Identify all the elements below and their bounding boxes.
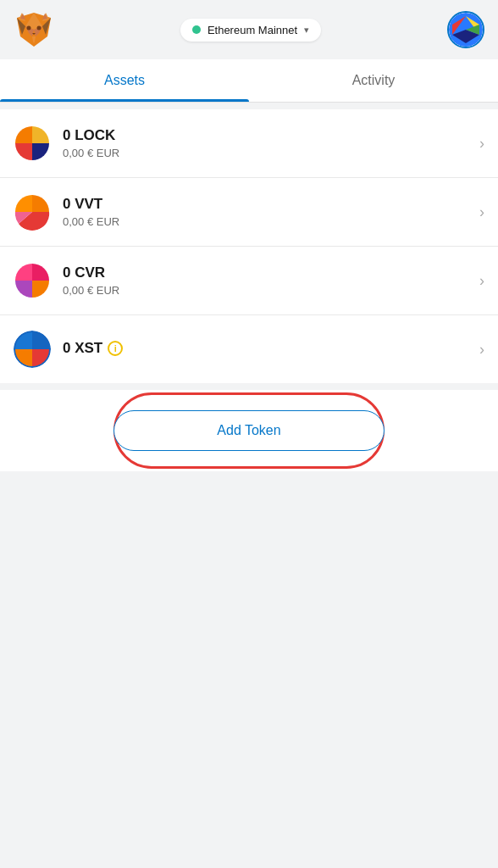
token-info-vvt: 0 VVT 0,00 € EUR <box>63 196 479 228</box>
token-amount-xst: 0 XST i <box>63 340 479 357</box>
metamask-logo-icon <box>14 9 54 50</box>
network-chevron-icon: ▾ <box>304 25 309 36</box>
avatar[interactable] <box>447 11 484 48</box>
token-chevron-lock-icon: › <box>479 135 484 153</box>
token-value-cvr: 0,00 € EUR <box>63 284 479 297</box>
add-token-area: Add Token <box>0 390 498 471</box>
tab-activity[interactable]: Activity <box>249 59 498 102</box>
token-chevron-xst-icon: › <box>479 341 484 359</box>
token-item-vvt[interactable]: 0 VVT 0,00 € EUR › <box>0 178 498 247</box>
tab-assets[interactable]: Assets <box>0 59 249 102</box>
token-item-lock[interactable]: 0 LOCK 0,00 € EUR › <box>0 109 498 178</box>
token-chevron-cvr-icon: › <box>479 272 484 290</box>
token-icon-cvr <box>14 262 51 299</box>
token-item-xst[interactable]: 0 XST i › <box>0 315 498 383</box>
header: Ethereum Mainnet ▾ <box>0 0 498 59</box>
token-info-xst: 0 XST i <box>63 340 479 359</box>
avatar-icon <box>449 13 483 47</box>
token-list: 0 LOCK 0,00 € EUR › 0 VVT 0,00 € EUR › <box>0 109 498 383</box>
token-info-lock: 0 LOCK 0,00 € EUR <box>63 127 479 159</box>
token-amount-cvr: 0 CVR <box>63 264 479 281</box>
add-token-button[interactable]: Add Token <box>113 410 385 451</box>
token-chevron-vvt-icon: › <box>479 203 484 221</box>
token-icon-xst <box>14 331 51 368</box>
token-value-vvt: 0,00 € EUR <box>63 215 479 228</box>
network-name-label: Ethereum Mainnet <box>208 24 297 36</box>
svg-point-7 <box>27 26 31 31</box>
token-value-lock: 0,00 € EUR <box>63 147 479 159</box>
token-info-cvr: 0 CVR 0,00 € EUR <box>63 264 479 297</box>
network-selector-button[interactable]: Ethereum Mainnet ▾ <box>180 19 321 42</box>
token-icon-lock <box>14 125 51 162</box>
token-amount-lock: 0 LOCK <box>63 127 479 144</box>
svg-point-8 <box>37 26 42 31</box>
xst-info-icon[interactable]: i <box>108 341 123 356</box>
network-status-dot <box>192 25 201 34</box>
token-icon-vvt <box>14 193 51 231</box>
token-amount-vvt: 0 VVT <box>63 196 479 213</box>
tabs-container: Assets Activity <box>0 59 498 103</box>
token-item-cvr[interactable]: 0 CVR 0,00 € EUR › <box>0 247 498 315</box>
